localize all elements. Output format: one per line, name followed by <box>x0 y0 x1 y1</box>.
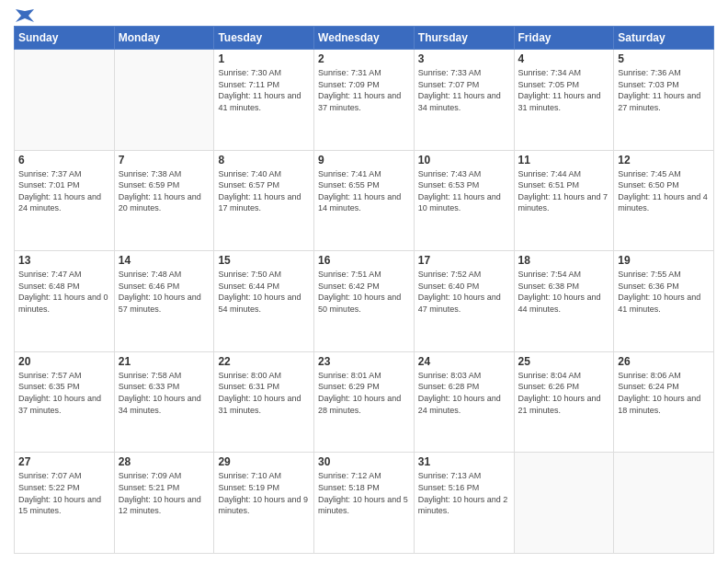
day-info: Sunrise: 7:41 AMSunset: 6:55 PMDaylight:… <box>318 168 410 214</box>
calendar-cell: 29Sunrise: 7:10 AMSunset: 5:19 PMDayligh… <box>214 453 314 554</box>
day-info: Sunrise: 8:01 AMSunset: 6:29 PMDaylight:… <box>318 370 410 416</box>
day-number: 21 <box>119 355 210 368</box>
calendar-cell <box>114 50 214 151</box>
calendar-cell: 16Sunrise: 7:51 AMSunset: 6:42 PMDayligh… <box>314 251 415 352</box>
day-info: Sunrise: 7:52 AMSunset: 6:40 PMDaylight:… <box>418 269 510 315</box>
day-info: Sunrise: 7:54 AMSunset: 6:38 PMDaylight:… <box>518 269 610 315</box>
calendar-cell: 5Sunrise: 7:36 AMSunset: 7:03 PMDaylight… <box>614 50 714 151</box>
calendar-cell: 18Sunrise: 7:54 AMSunset: 6:38 PMDayligh… <box>514 251 614 352</box>
day-number: 18 <box>518 254 610 267</box>
day-info: Sunrise: 7:45 AMSunset: 6:50 PMDaylight:… <box>618 168 710 214</box>
calendar-cell: 17Sunrise: 7:52 AMSunset: 6:40 PMDayligh… <box>414 251 514 352</box>
page: SundayMondayTuesdayWednesdayThursdayFrid… <box>0 0 728 563</box>
calendar-cell: 30Sunrise: 7:12 AMSunset: 5:18 PMDayligh… <box>314 453 415 554</box>
day-info: Sunrise: 7:57 AMSunset: 6:35 PMDaylight:… <box>18 370 110 416</box>
day-info: Sunrise: 7:44 AMSunset: 6:51 PMDaylight:… <box>518 168 610 214</box>
day-number: 19 <box>618 254 710 267</box>
svg-marker-0 <box>16 9 34 22</box>
day-number: 28 <box>119 455 210 468</box>
day-number: 6 <box>18 154 110 167</box>
calendar-week-row: 20Sunrise: 7:57 AMSunset: 6:35 PMDayligh… <box>15 351 714 453</box>
day-info: Sunrise: 7:30 AMSunset: 7:11 PMDaylight:… <box>218 67 310 113</box>
calendar-cell: 23Sunrise: 8:01 AMSunset: 6:29 PMDayligh… <box>314 351 415 453</box>
calendar-cell: 6Sunrise: 7:37 AMSunset: 7:01 PMDaylight… <box>15 150 115 251</box>
day-info: Sunrise: 7:36 AMSunset: 7:03 PMDaylight:… <box>618 67 710 113</box>
calendar-cell: 15Sunrise: 7:50 AMSunset: 6:44 PMDayligh… <box>214 251 314 352</box>
day-number: 2 <box>318 52 410 65</box>
calendar-cell: 12Sunrise: 7:45 AMSunset: 6:50 PMDayligh… <box>614 150 714 251</box>
day-info: Sunrise: 7:31 AMSunset: 7:09 PMDaylight:… <box>318 67 410 113</box>
calendar-cell: 10Sunrise: 7:43 AMSunset: 6:53 PMDayligh… <box>414 150 514 251</box>
day-of-week-header: Friday <box>514 27 614 50</box>
calendar-cell: 1Sunrise: 7:30 AMSunset: 7:11 PMDaylight… <box>214 50 314 151</box>
logo <box>14 9 36 18</box>
calendar-cell: 26Sunrise: 8:06 AMSunset: 6:24 PMDayligh… <box>614 351 714 453</box>
day-info: Sunrise: 8:03 AMSunset: 6:28 PMDaylight:… <box>418 370 510 416</box>
day-info: Sunrise: 7:40 AMSunset: 6:57 PMDaylight:… <box>218 168 310 214</box>
day-number: 16 <box>318 254 410 267</box>
calendar-header-row: SundayMondayTuesdayWednesdayThursdayFrid… <box>15 27 714 50</box>
calendar-cell: 13Sunrise: 7:47 AMSunset: 6:48 PMDayligh… <box>15 251 115 352</box>
day-of-week-header: Thursday <box>414 27 514 50</box>
calendar-cell: 24Sunrise: 8:03 AMSunset: 6:28 PMDayligh… <box>414 351 514 453</box>
day-number: 17 <box>418 254 510 267</box>
day-of-week-header: Sunday <box>15 27 115 50</box>
day-info: Sunrise: 7:13 AMSunset: 5:16 PMDaylight:… <box>418 470 510 516</box>
day-info: Sunrise: 7:09 AMSunset: 5:21 PMDaylight:… <box>119 470 210 516</box>
calendar-cell: 21Sunrise: 7:58 AMSunset: 6:33 PMDayligh… <box>114 351 214 453</box>
day-number: 9 <box>318 154 410 167</box>
day-number: 12 <box>618 154 710 167</box>
day-info: Sunrise: 8:04 AMSunset: 6:26 PMDaylight:… <box>518 370 610 416</box>
day-info: Sunrise: 7:12 AMSunset: 5:18 PMDaylight:… <box>318 470 410 516</box>
day-number: 15 <box>218 254 310 267</box>
day-info: Sunrise: 7:48 AMSunset: 6:46 PMDaylight:… <box>119 269 210 315</box>
day-number: 7 <box>119 154 210 167</box>
day-info: Sunrise: 7:47 AMSunset: 6:48 PMDaylight:… <box>18 269 110 315</box>
day-info: Sunrise: 7:07 AMSunset: 5:22 PMDaylight:… <box>18 470 110 516</box>
day-number: 5 <box>618 52 710 65</box>
day-info: Sunrise: 7:38 AMSunset: 6:59 PMDaylight:… <box>119 168 210 214</box>
calendar-cell: 8Sunrise: 7:40 AMSunset: 6:57 PMDaylight… <box>214 150 314 251</box>
calendar-cell <box>514 453 614 554</box>
calendar-cell <box>614 453 714 554</box>
calendar-week-row: 1Sunrise: 7:30 AMSunset: 7:11 PMDaylight… <box>15 50 714 151</box>
calendar-cell: 25Sunrise: 8:04 AMSunset: 6:26 PMDayligh… <box>514 351 614 453</box>
calendar-cell: 2Sunrise: 7:31 AMSunset: 7:09 PMDaylight… <box>314 50 415 151</box>
day-number: 29 <box>218 455 310 468</box>
calendar-week-row: 13Sunrise: 7:47 AMSunset: 6:48 PMDayligh… <box>15 251 714 352</box>
calendar-cell: 31Sunrise: 7:13 AMSunset: 5:16 PMDayligh… <box>414 453 514 554</box>
calendar-table: SundayMondayTuesdayWednesdayThursdayFrid… <box>14 26 714 554</box>
day-number: 4 <box>518 52 610 65</box>
day-number: 23 <box>318 355 410 368</box>
calendar-cell <box>15 50 115 151</box>
calendar-week-row: 6Sunrise: 7:37 AMSunset: 7:01 PMDaylight… <box>15 150 714 251</box>
day-number: 3 <box>418 52 510 65</box>
calendar-cell: 28Sunrise: 7:09 AMSunset: 5:21 PMDayligh… <box>114 453 214 554</box>
day-info: Sunrise: 8:06 AMSunset: 6:24 PMDaylight:… <box>618 370 710 416</box>
day-info: Sunrise: 7:58 AMSunset: 6:33 PMDaylight:… <box>119 370 210 416</box>
day-of-week-header: Wednesday <box>314 27 415 50</box>
day-number: 24 <box>418 355 510 368</box>
day-number: 14 <box>119 254 210 267</box>
calendar-cell: 3Sunrise: 7:33 AMSunset: 7:07 PMDaylight… <box>414 50 514 151</box>
day-info: Sunrise: 7:50 AMSunset: 6:44 PMDaylight:… <box>218 269 310 315</box>
day-info: Sunrise: 7:34 AMSunset: 7:05 PMDaylight:… <box>518 67 610 113</box>
calendar-cell: 4Sunrise: 7:34 AMSunset: 7:05 PMDaylight… <box>514 50 614 151</box>
day-number: 27 <box>18 455 110 468</box>
day-info: Sunrise: 7:37 AMSunset: 7:01 PMDaylight:… <box>18 168 110 214</box>
day-number: 10 <box>418 154 510 167</box>
day-number: 8 <box>218 154 310 167</box>
day-number: 25 <box>518 355 610 368</box>
day-number: 1 <box>218 52 310 65</box>
calendar-cell: 27Sunrise: 7:07 AMSunset: 5:22 PMDayligh… <box>15 453 115 554</box>
header <box>14 9 714 18</box>
day-number: 11 <box>518 154 610 167</box>
day-number: 31 <box>418 455 510 468</box>
day-of-week-header: Tuesday <box>214 27 314 50</box>
day-info: Sunrise: 7:33 AMSunset: 7:07 PMDaylight:… <box>418 67 510 113</box>
day-info: Sunrise: 7:43 AMSunset: 6:53 PMDaylight:… <box>418 168 510 214</box>
day-info: Sunrise: 7:10 AMSunset: 5:19 PMDaylight:… <box>218 470 310 516</box>
logo-bird-icon <box>16 9 34 22</box>
day-of-week-header: Saturday <box>614 27 714 50</box>
day-number: 13 <box>18 254 110 267</box>
